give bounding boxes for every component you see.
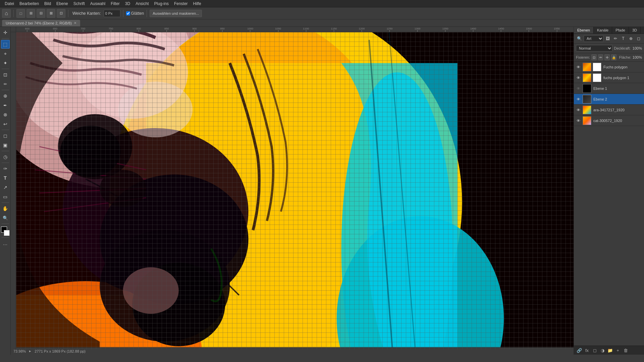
layer-thumb-ebene1 — [583, 84, 591, 93]
svg-point-18 — [123, 267, 179, 314]
document-tab[interactable]: Unbenannt-2 bei 74% (Ebene 2, RGB/8) ✕ — [2, 20, 80, 26]
text-tool[interactable]: T — [1, 174, 10, 182]
subtract-selection-btn[interactable]: ⊟ — [37, 9, 45, 18]
filter-btn-5[interactable]: ◻ — [635, 35, 642, 42]
layer-visibility-ara[interactable]: 👁 — [576, 108, 581, 112]
layer-visibility-cat[interactable]: 👁 — [576, 118, 581, 123]
eyedropper-tool[interactable]: ✏ — [1, 80, 10, 88]
right-panel: Ebenen Kanäle Pfade 3D 🔍 Art 🖼 ✏ T ⊕ ◻ N… — [574, 27, 644, 355]
toolbar-sep-4 — [147, 10, 147, 17]
selection-tool[interactable]: ⬚ — [1, 40, 10, 49]
weiche-kanten-input[interactable] — [104, 10, 120, 17]
adjustment-layer-btn[interactable]: ◑ — [599, 347, 606, 354]
fix-pos-btn[interactable]: ⊡ — [591, 54, 597, 60]
layer-mask-fuchs-polygon-1 — [593, 73, 601, 82]
layer-name-ebene2: Ebene 2 — [593, 97, 642, 101]
menu-plugins[interactable]: Plug-ins — [152, 1, 171, 7]
tab-3d[interactable]: 3D — [629, 27, 641, 34]
option-btn-5[interactable]: ⊡ — [57, 9, 65, 18]
layer-row-ebene2[interactable]: 👁 Ebene 2 — [574, 94, 644, 105]
layer-row-ebene1[interactable]: 👁 Ebene 1 — [574, 83, 644, 94]
layer-style-btn[interactable]: fx — [584, 347, 590, 354]
eraser-tool[interactable]: ◻ — [1, 131, 10, 140]
more-tools-btn[interactable]: … — [1, 239, 10, 248]
brush-tool[interactable]: ✒ — [1, 101, 10, 110]
fix-draw-btn[interactable]: ✏ — [598, 54, 603, 60]
glaetten-checkbox[interactable] — [126, 11, 130, 15]
canvas-content[interactable] — [16, 32, 574, 349]
layer-visibility-ebene2[interactable]: 👁 — [576, 97, 581, 102]
tool-sep-1 — [2, 38, 9, 39]
filter-btn-3[interactable]: T — [620, 35, 627, 42]
tool-sep-3 — [2, 90, 9, 90]
status-dimensions: 2771 Px x 1869 Px (182.88 pp) — [35, 349, 86, 353]
layer-visibility-ebene1[interactable]: 👁 — [576, 86, 581, 91]
background-color[interactable] — [4, 230, 10, 236]
gradient-tool[interactable]: ▣ — [1, 141, 10, 149]
zoom-tool[interactable]: 🔍 — [1, 214, 10, 222]
opacity-label: Deckkraft: — [614, 46, 631, 50]
filter-btn-4[interactable]: ⊕ — [628, 35, 634, 42]
add-selection-btn[interactable]: ⊞ — [26, 9, 35, 18]
layer-row-fuchs-polygon-1[interactable]: 👁 fuchs polygon 1 — [574, 72, 644, 83]
menu-auswahl[interactable]: Auswahl — [88, 1, 108, 7]
auswaehlen-maskieren-button[interactable]: Auswählen und maskieren... — [150, 10, 202, 17]
crop-tool[interactable]: ⊡ — [1, 70, 10, 79]
menu-schrift[interactable]: Schrift — [71, 1, 88, 7]
hand-tool[interactable]: ✋ — [1, 204, 10, 213]
tab-close-btn[interactable]: ✕ — [74, 21, 76, 25]
layer-row-cat[interactable]: 👁 cat-300572_1920 — [574, 115, 644, 126]
layer-mask-btn[interactable]: ◻ — [591, 347, 598, 354]
svg-point-15 — [118, 82, 193, 137]
status-zoom: 73.98% — [13, 349, 26, 353]
home-button[interactable]: ⌂ — [2, 9, 11, 18]
blend-mode-select[interactable]: Normal — [576, 45, 612, 52]
magic-wand-tool[interactable]: ✦ — [1, 59, 10, 67]
path-select-tool[interactable]: ↗ — [1, 183, 10, 192]
menu-3d[interactable]: 3D — [122, 1, 133, 7]
intersect-selection-btn[interactable]: ⊠ — [47, 9, 55, 18]
layer-row-fuchs-polygon[interactable]: 👁 Fuchs polygon — [574, 62, 644, 72]
layer-type-filter[interactable]: Art — [584, 35, 603, 42]
menu-filter[interactable]: Filter — [108, 1, 122, 7]
filter-btn-1[interactable]: 🖼 — [604, 35, 611, 42]
layer-group-btn[interactable]: 📁 — [607, 347, 613, 354]
fix-move-btn[interactable]: ✛ — [604, 54, 610, 60]
clone-tool[interactable]: ⊗ — [1, 110, 10, 119]
layer-visibility-fuchs-polygon[interactable]: 👁 — [576, 65, 581, 69]
move-tool[interactable]: ✛ — [1, 28, 10, 37]
main-layout: ✛ ⬚ ⌖ ✦ ⊡ ✏ ⊕ ✒ ⊗ ↩ ◻ ▣ ◷ ✑ T ↗ ▭ ✋ 🔍 … — [0, 27, 644, 355]
layer-visibility-fuchs-polygon-1[interactable]: 👁 — [576, 75, 581, 80]
menu-bearbeiten[interactable]: Bearbeiten — [17, 1, 42, 7]
dodge-tool[interactable]: ◷ — [1, 153, 10, 161]
tab-pfade[interactable]: Pfade — [612, 27, 629, 34]
options-bar: ⌂ □ ⊞ ⊟ ⊠ ⊡ Weiche Kanten: Glätten Auswä… — [0, 7, 644, 19]
menu-ebene[interactable]: Ebene — [54, 1, 71, 7]
rectangle-tool[interactable]: ▭ — [1, 192, 10, 201]
menu-fenster[interactable]: Fenster — [171, 1, 191, 7]
filter-btn-2[interactable]: ✏ — [612, 35, 619, 42]
menu-datei[interactable]: Datei — [2, 1, 17, 7]
layer-row-ara[interactable]: 👁 ara-3417217_1920 — [574, 105, 644, 115]
layers-panel-bottom: 🔗 fx ◻ ◑ 📁 + 🗑 — [574, 346, 644, 355]
menu-ansicht[interactable]: Ansicht — [133, 1, 151, 7]
new-selection-btn[interactable]: □ — [16, 9, 25, 18]
ruler-vertical — [11, 32, 16, 349]
layer-thumb-fuchs-polygon-1 — [583, 73, 591, 82]
new-layer-btn[interactable]: + — [614, 347, 621, 354]
delete-layer-btn[interactable]: 🗑 — [622, 347, 629, 354]
lasso-tool[interactable]: ⌖ — [1, 49, 10, 58]
tool-sep-8 — [2, 224, 9, 224]
tool-sep-7 — [2, 202, 9, 203]
history-brush-tool[interactable]: ↩ — [1, 120, 10, 128]
menu-hilfe[interactable]: Hilfe — [191, 1, 204, 7]
pen-tool[interactable]: ✑ — [1, 164, 10, 173]
link-layers-btn[interactable]: 🔗 — [576, 347, 583, 354]
menu-bild[interactable]: Bild — [42, 1, 54, 7]
fix-all-btn[interactable]: 🔒 — [611, 54, 616, 60]
spot-heal-tool[interactable]: ⊕ — [1, 92, 10, 100]
tab-ebenen[interactable]: Ebenen — [574, 27, 594, 34]
color-swatches[interactable] — [1, 227, 10, 236]
tab-kanaele[interactable]: Kanäle — [594, 27, 612, 34]
ruler-corner — [11, 27, 16, 32]
